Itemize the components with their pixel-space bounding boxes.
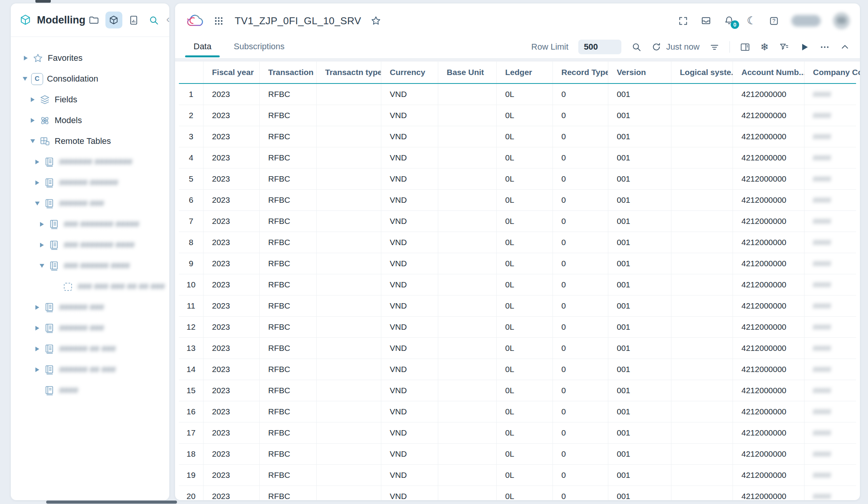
column-header-fiscal_year[interactable]: Fiscal year: [204, 62, 260, 83]
row-limit-input[interactable]: [578, 40, 621, 54]
tree-expander-down[interactable]: [28, 139, 38, 143]
tab-data[interactable]: Data: [185, 38, 220, 58]
cell-num: 14: [179, 359, 204, 380]
help-icon[interactable]: ?: [769, 16, 779, 26]
table-row[interactable]: 122023RFBCVND0L00014212000000####: [179, 317, 856, 338]
freeze-snowflake-icon[interactable]: ❄: [760, 42, 769, 52]
more-ellipsis-icon[interactable]: [820, 42, 830, 52]
tab-subscriptions[interactable]: Subscriptions: [225, 38, 293, 58]
dark-mode-moon-icon[interactable]: ☾: [747, 15, 756, 26]
table-row[interactable]: 32023RFBCVND0L00014212000000####: [179, 126, 856, 147]
column-header-num[interactable]: [179, 62, 204, 83]
tree-item-redacted-13[interactable]: ###### ###: [11, 318, 169, 339]
collapse-panel-icon[interactable]: «: [165, 13, 169, 27]
tree-item-redacted-8[interactable]: ### ####### #####: [11, 214, 169, 235]
tree-expander-right[interactable]: [32, 305, 42, 310]
favorite-star-icon[interactable]: [371, 15, 381, 26]
tree-item-remote-tables[interactable]: Remote Tables: [11, 131, 169, 152]
sidebar-search-button[interactable]: [145, 12, 162, 28]
table-row[interactable]: 92023RFBCVND0L00014212000000####: [179, 253, 856, 274]
tree-expander-right[interactable]: [28, 118, 38, 123]
tree-expander-right[interactable]: [37, 222, 47, 227]
column-header-base_unit[interactable]: Base Unit: [438, 62, 497, 83]
table-row[interactable]: 132023RFBCVND0L00014212000000####: [179, 338, 856, 359]
tree-item-redacted-5[interactable]: ####### ########: [11, 152, 169, 172]
filter-funnel-icon[interactable]: [779, 42, 789, 52]
tree-expander-down[interactable]: [20, 77, 30, 81]
table-row[interactable]: 142023RFBCVND0L00014212000000####: [179, 359, 856, 380]
table-row[interactable]: 162023RFBCVND0L00014212000000####: [179, 401, 856, 422]
column-header-account_number[interactable]: Account Numb...: [733, 62, 805, 83]
tree-expander-down[interactable]: [32, 202, 42, 205]
analytics-view-button[interactable]: [125, 12, 142, 28]
tree-expander-down[interactable]: [37, 264, 47, 268]
tree-item-redacted-6[interactable]: ###### ######: [11, 172, 169, 193]
table-row[interactable]: 72023RFBCVND0L00014212000000####: [179, 211, 856, 232]
table-row[interactable]: 62023RFBCVND0L00014212000000####: [179, 190, 856, 211]
table-row[interactable]: 192023RFBCVND0L00014212000000####: [179, 465, 856, 486]
modelling-view-button[interactable]: [105, 12, 122, 28]
tree-item-redacted-12[interactable]: ###### ###: [11, 297, 169, 318]
cell-base_unit: [438, 105, 497, 126]
refresh-icon[interactable]: [651, 42, 661, 52]
column-header-currency[interactable]: Currency: [381, 62, 438, 83]
fullscreen-icon[interactable]: [678, 16, 688, 26]
table-row[interactable]: 42023RFBCVND0L00014212000000####: [179, 147, 856, 169]
cell-base_unit: [438, 147, 497, 168]
cell-base_unit: [438, 274, 497, 295]
column-header-logical_system[interactable]: Logical syste...: [671, 62, 733, 83]
table-row[interactable]: 102023RFBCVND0L00014212000000####: [179, 274, 856, 295]
tree-item-consolidation[interactable]: CConsolidation: [11, 68, 169, 89]
notifications-bell-icon[interactable]: 0: [724, 15, 734, 26]
column-header-transactn_type[interactable]: Transactn type: [317, 62, 381, 83]
table-row[interactable]: 182023RFBCVND0L00014212000000####: [179, 444, 856, 465]
table-row[interactable]: 52023RFBCVND0L00014212000000####: [179, 169, 856, 190]
tree-item-redacted-15[interactable]: ###### ## ###: [11, 359, 169, 380]
tree-expander-right[interactable]: [37, 243, 47, 247]
table-row[interactable]: 172023RFBCVND0L00014212000000####: [179, 422, 856, 444]
tree-expander-right[interactable]: [28, 97, 38, 102]
tree-expander-right[interactable]: [32, 180, 42, 185]
tree-item-redacted-10[interactable]: ### ###### ####: [11, 255, 169, 276]
horizontal-scrollbar-thumb[interactable]: [46, 501, 177, 504]
table-search-icon[interactable]: [631, 42, 641, 52]
tree-item-redacted-11[interactable]: ### ### ### ## ## ###: [11, 276, 169, 297]
table-row[interactable]: 112023RFBCVND0L00014212000000####: [179, 295, 856, 317]
filter-lines-icon[interactable]: [709, 42, 719, 52]
repository-folder-button[interactable]: [85, 12, 102, 28]
tree-expander-right[interactable]: [32, 160, 42, 164]
avatar[interactable]: [833, 12, 850, 29]
table-icon: [43, 177, 55, 189]
column-header-version[interactable]: Version: [608, 62, 671, 83]
tree-item-fields[interactable]: Fields: [11, 89, 169, 110]
table-row[interactable]: 82023RFBCVND0L00014212000000####: [179, 232, 856, 253]
tree-expander-right[interactable]: [32, 347, 42, 351]
tree-item-redacted-16[interactable]: ####: [11, 380, 169, 401]
table-row[interactable]: 202023RFBCVND0L00014212000000####: [179, 486, 856, 500]
inbox-icon[interactable]: [701, 15, 711, 26]
column-header-record_type[interactable]: Record Type: [553, 62, 608, 83]
tree-item-redacted-9[interactable]: ### ####### ####: [11, 235, 169, 255]
tree-expander-right[interactable]: [32, 367, 42, 372]
cell-transaction: RFBC: [260, 295, 317, 316]
tree-item-redacted-7[interactable]: ###### ###: [11, 193, 169, 214]
column-header-ledger[interactable]: Ledger: [497, 62, 553, 83]
cell-transaction: RFBC: [260, 253, 317, 274]
split-panel-icon[interactable]: [740, 42, 750, 52]
collapse-up-icon[interactable]: [840, 42, 850, 52]
column-header-company_code[interactable]: Company Code: [805, 62, 860, 83]
table-row[interactable]: 12023RFBCVND0L00014212000000####: [179, 84, 856, 105]
tree-item-favorites[interactable]: Favorites: [11, 48, 169, 68]
tree-expander-right[interactable]: [32, 326, 42, 330]
column-header-transaction[interactable]: Transaction: [260, 62, 317, 83]
cell-fiscal_year: 2023: [204, 84, 260, 105]
run-play-icon[interactable]: [799, 42, 810, 52]
cell-company_code: ####: [805, 211, 860, 232]
table-row[interactable]: 152023RFBCVND0L00014212000000####: [179, 380, 856, 401]
tree-item-models[interactable]: Models: [11, 110, 169, 131]
tree-expander-right[interactable]: [21, 56, 31, 60]
app-grid-icon[interactable]: [214, 16, 224, 26]
table-row[interactable]: 22023RFBCVND0L00014212000000####: [179, 105, 856, 126]
cell-transactn_type: [317, 465, 381, 486]
tree-item-redacted-14[interactable]: ###### ## ###: [11, 339, 169, 359]
